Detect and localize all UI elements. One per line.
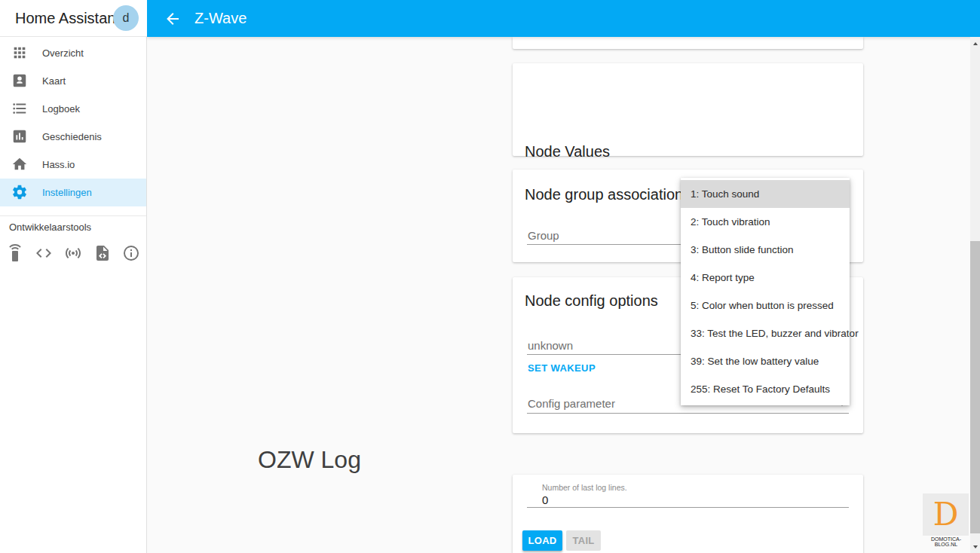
file-code-icon[interactable] <box>93 244 112 262</box>
sidebar-item-overzicht[interactable]: Overzicht <box>0 39 146 67</box>
menu-item[interactable]: 39: Set the low battery value <box>681 347 850 375</box>
home-icon <box>11 156 28 173</box>
account-box-icon <box>11 72 28 89</box>
sidebar-item-hassio[interactable]: Hass.io <box>0 151 146 179</box>
bar-chart-icon <box>11 128 28 145</box>
list-icon <box>11 100 28 117</box>
node-values-card: Node Values Value <box>513 63 863 156</box>
tail-button[interactable]: TAIL <box>566 530 601 551</box>
avatar[interactable]: d <box>113 5 139 31</box>
ozw-log-card: Number of last log lines. 0 LOAD TAIL <box>513 475 863 553</box>
watermark-logo: D <box>923 493 969 536</box>
set-wakeup-button[interactable]: SET WAKEUP <box>528 362 596 374</box>
code-tags-icon[interactable] <box>35 244 53 262</box>
access-point-icon[interactable] <box>64 244 82 262</box>
load-button[interactable]: LOAD <box>522 530 562 551</box>
config-parameter-dropdown-menu: 1: Touch sound 2: Touch vibration 3: But… <box>681 178 850 405</box>
partial-card <box>513 37 863 49</box>
input-label: Number of last log lines. <box>542 483 627 492</box>
devtools-section-label: Ontwikkelaarstools <box>9 222 91 233</box>
scrollbar <box>970 37 980 553</box>
app-title: Home Assistant <box>15 10 120 27</box>
back-arrow-icon[interactable] <box>164 10 182 28</box>
input-value: 0 <box>542 493 548 506</box>
select-label: Config parameter <box>528 397 615 410</box>
menu-item[interactable]: 5: Color when button is pressed <box>681 292 850 319</box>
scrollbar-thumb[interactable] <box>970 241 980 533</box>
sidebar-item-label: Geschiedenis <box>42 131 102 142</box>
menu-item[interactable]: 1: Touch sound <box>681 180 850 208</box>
sidebar-item-label: Kaart <box>42 75 66 87</box>
apps-icon <box>11 44 28 61</box>
info-icon[interactable] <box>122 244 140 262</box>
sidebar: Overzicht Kaart Logboek Geschiedenis Has… <box>0 37 147 553</box>
card-title: Node config options <box>525 292 658 310</box>
gear-icon <box>11 184 28 200</box>
watermark-text: DOMOTICA-BLOG.NL <box>920 536 972 547</box>
sidebar-item-geschiedenis[interactable]: Geschiedenis <box>0 123 146 151</box>
menu-item[interactable]: 3: Button slide function <box>681 236 850 264</box>
scroll-down-arrow-icon[interactable] <box>970 542 980 551</box>
card-title: Node group associations <box>525 186 691 203</box>
card-title: Node Values <box>525 143 610 160</box>
menu-item[interactable]: 4: Report type <box>681 264 850 292</box>
select-label: Group <box>528 229 559 242</box>
ozw-log-heading: OZW Log <box>258 446 361 474</box>
page-title: Z-Wave <box>194 10 247 27</box>
wakeup-value: unknown <box>528 339 573 352</box>
menu-item[interactable]: 33: Test the LED, buzzer and vibrator <box>681 319 850 347</box>
sidebar-item-label: Hass.io <box>42 159 75 170</box>
sidebar-item-logboek[interactable]: Logboek <box>0 95 146 123</box>
menu-item[interactable]: 255: Reset To Factory Defaults <box>681 375 850 403</box>
log-lines-input[interactable]: Number of last log lines. 0 <box>527 475 849 508</box>
watermark-letter: D <box>933 499 959 530</box>
remote-icon[interactable] <box>6 244 24 262</box>
app-toolbar: Z-Wave <box>147 0 980 37</box>
menu-item[interactable]: 2: Touch vibration <box>681 208 850 236</box>
divider <box>0 215 146 216</box>
sidebar-item-label: Overzicht <box>42 47 84 59</box>
sidebar-item-kaart[interactable]: Kaart <box>0 67 146 95</box>
sidebar-item-label: Instellingen <box>42 187 92 198</box>
sidebar-item-instellingen[interactable]: Instellingen <box>0 179 146 206</box>
sidebar-item-label: Logboek <box>42 103 80 115</box>
sidebar-header: Home Assistant d <box>0 0 147 37</box>
scroll-up-arrow-icon[interactable] <box>970 38 980 48</box>
